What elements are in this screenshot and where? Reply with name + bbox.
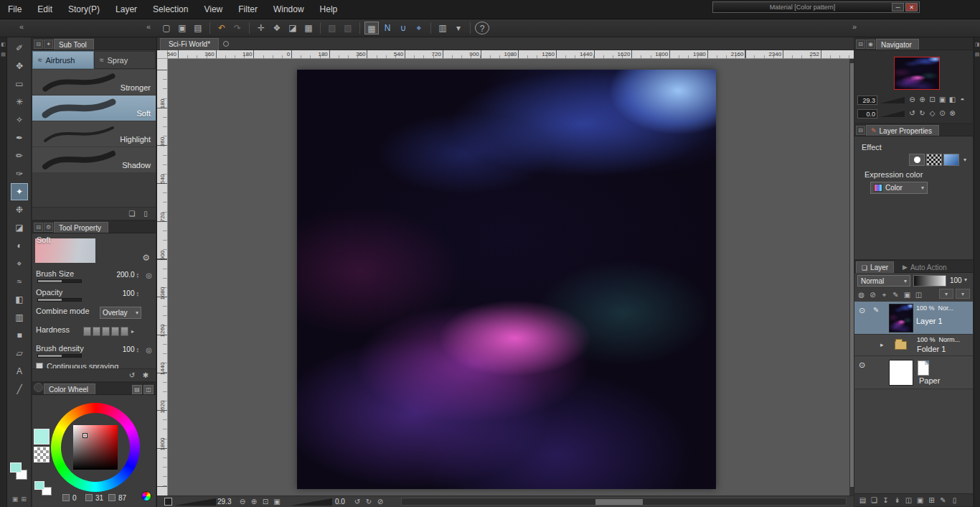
color-settings-icon[interactable]: ⊞ — [19, 494, 28, 504]
snap-icon[interactable]: ❖ — [270, 22, 284, 34]
main-color-swatch[interactable] — [10, 462, 22, 473]
tone-effect-button[interactable] — [909, 154, 925, 166]
text-tool[interactable]: A — [11, 363, 28, 380]
paper-thumbnail[interactable] — [889, 360, 913, 386]
material-floating-window[interactable]: Material [Color pattern] ─ ✕ — [712, 1, 920, 13]
navigator-tab[interactable]: Navigator — [876, 39, 919, 50]
navigator-zoom-slider[interactable] — [880, 97, 905, 103]
halftone-effect-button[interactable] — [926, 154, 942, 166]
workspace-icon[interactable]: ▥ — [435, 22, 450, 34]
hardness-step[interactable] — [111, 327, 119, 336]
reset-all-icon[interactable]: ⊗ — [948, 108, 957, 118]
dynamics-button[interactable]: ◎ — [146, 271, 152, 279]
navigator-rotation-slider[interactable] — [880, 111, 905, 117]
grid-snap-icon[interactable]: ▦ — [364, 22, 379, 34]
tool-property-tab[interactable]: Tool Property — [54, 222, 108, 233]
tab-layer[interactable]: ❏ Layer — [856, 261, 894, 273]
wrench-icon[interactable]: ⚙ — [142, 253, 150, 263]
brush-item-soft[interactable]: Soft — [32, 96, 156, 121]
menu-item-window[interactable]: Window — [265, 0, 312, 19]
expand-icon[interactable]: ▸ — [880, 341, 884, 348]
zoom-out-icon[interactable]: ⊖ — [908, 95, 917, 105]
close-button[interactable]: ✕ — [905, 3, 918, 11]
opacity-gradient-strip[interactable] — [913, 275, 946, 287]
navigator-thumbnail[interactable] — [894, 57, 940, 90]
menu-item-view[interactable]: View — [196, 0, 230, 19]
paintbrush-tool[interactable]: ✑ — [11, 165, 28, 182]
mask-icon[interactable]: ▣ — [902, 290, 913, 300]
brush-item-shadow[interactable]: Shadow — [32, 147, 156, 173]
actual-size-icon[interactable]: ▣ — [938, 95, 947, 105]
layer-set-dropdown-icon[interactable]: ▾ — [939, 289, 953, 299]
screen-color-icon[interactable]: ▣ — [11, 494, 19, 504]
transparent-pixel-lock-icon[interactable]: ◍ — [856, 290, 867, 300]
spinner-buttons[interactable]: ▴▾ — [136, 272, 138, 278]
zoom-in-icon[interactable]: ⊕ — [918, 95, 927, 105]
collapse-right-dock-icon[interactable]: » — [852, 22, 857, 31]
hand-tool[interactable]: ✥ — [11, 57, 28, 75]
save-icon[interactable]: ▤ — [191, 22, 205, 34]
canvas-artwork[interactable] — [297, 70, 716, 489]
brush-density-slider[interactable] — [37, 354, 82, 358]
layer-properties-tab[interactable]: ✎ Layer Properties — [866, 125, 939, 136]
delete-subtool-icon[interactable]: ▯ — [141, 209, 151, 219]
actual-size-icon[interactable]: ▣ — [272, 497, 282, 506]
tab-auto-action[interactable]: ▶ Auto Action — [897, 261, 952, 273]
eraser-all-icon[interactable]: ◪ — [286, 22, 300, 34]
redo-icon[interactable]: ↷ — [230, 22, 245, 34]
open-file-icon[interactable]: ▣ — [175, 22, 189, 34]
panel-layout-icon[interactable]: ▤ — [974, 50, 980, 60]
pencil-tool[interactable]: ✏ — [11, 147, 28, 164]
move-parts-icon[interactable]: ✛ — [254, 22, 268, 34]
saturation-value-square[interactable] — [73, 425, 118, 470]
hardness-step[interactable] — [83, 327, 91, 336]
menu-item-storyp[interactable]: Story(P) — [60, 0, 108, 19]
canvas-viewport[interactable] — [168, 59, 849, 496]
current-color-swatch[interactable] — [34, 429, 50, 445]
dynamics-button[interactable]: ◎ — [146, 346, 152, 354]
transfer-layer-icon[interactable]: ↧ — [881, 496, 890, 506]
menu-item-filter[interactable]: Filter — [230, 0, 265, 19]
combine-mode-dropdown[interactable]: Overlay▾ — [100, 307, 141, 319]
copy-subtool-icon[interactable]: ❏ — [127, 209, 137, 219]
panel-menu-icon[interactable]: ⊟ — [34, 39, 43, 49]
correct-line2-icon[interactable]: ▧ — [341, 22, 355, 34]
zoom-slider[interactable] — [174, 498, 216, 506]
brush-item-highlight[interactable]: Highlight — [32, 121, 156, 147]
ruler-tool[interactable]: ╱ — [11, 381, 28, 398]
transparent-color-swatch[interactable] — [34, 447, 50, 462]
pin-icon[interactable]: ⌖ — [879, 290, 890, 300]
shape-tool[interactable]: ■ — [11, 327, 28, 344]
snap-curve-icon[interactable]: ∪ — [396, 22, 410, 34]
tool-property-icon[interactable]: ⚙ — [44, 223, 53, 232]
sub-tool-tab[interactable]: Sub Tool — [54, 39, 94, 50]
snap-ruler-icon[interactable]: N — [380, 22, 395, 34]
flip-horizontal-icon[interactable]: ◧ — [948, 95, 957, 105]
brush-tool[interactable]: ✐ — [11, 39, 28, 57]
panel-options-icon[interactable]: ◫ — [143, 385, 154, 394]
layer-row-paper[interactable]: ⊙ Paper — [854, 356, 973, 389]
color-slider-icon[interactable]: ▤ — [132, 385, 142, 394]
panel-menu-icon[interactable]: ⊟ — [856, 39, 865, 49]
flip-vertical-icon[interactable]: ◓ — [958, 95, 967, 105]
delete-layer-icon[interactable]: ▯ — [950, 496, 959, 506]
menu-item-edit[interactable]: Edit — [29, 0, 60, 19]
selection-pen-tool[interactable]: ⌖ — [11, 255, 28, 272]
combine-layer-icon[interactable]: ↡ — [892, 496, 902, 506]
add-mask-icon[interactable]: ⊞ — [927, 496, 936, 506]
layer-color-effect-button[interactable] — [943, 154, 959, 166]
collapse-left-dock-icon[interactable]: « — [19, 22, 24, 31]
hardness-step[interactable] — [121, 327, 128, 336]
eraser-tool[interactable]: ◪ — [11, 219, 28, 236]
hardness-step[interactable] — [93, 327, 100, 336]
rotate-right-icon[interactable]: ↻ — [364, 497, 374, 506]
hardness-step[interactable] — [102, 327, 110, 336]
fit-screen-icon[interactable]: ⊡ — [928, 95, 937, 105]
blend-tool[interactable]: ◐ — [11, 237, 28, 254]
gradient-tool[interactable]: ▥ — [11, 309, 28, 326]
reset-view-icon[interactable]: ⊙ — [938, 108, 947, 118]
main-color-mini-swatch[interactable] — [34, 481, 44, 490]
opacity-dropdown-icon[interactable]: ▾ — [964, 276, 967, 283]
menu-item-selection[interactable]: Selection — [145, 0, 196, 19]
tab-indicator-icon[interactable] — [223, 41, 229, 47]
